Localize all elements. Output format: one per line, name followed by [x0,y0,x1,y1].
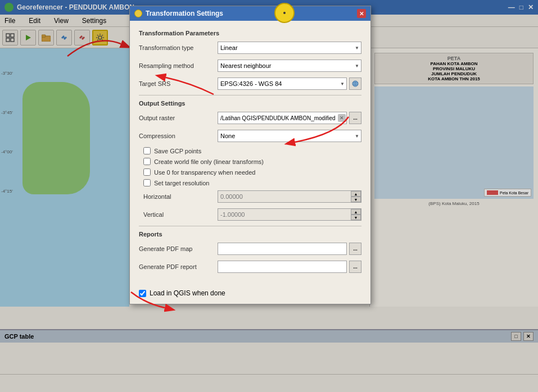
output-raster-clear-btn[interactable]: ✕ [338,114,346,122]
horizontal-spin-buttons: ▲ ▼ [351,191,361,202]
transformation-type-label: Transformation type [139,44,218,51]
vertical-input[interactable] [218,208,361,221]
pdf-report-controls: ... [218,261,361,273]
pdf-map-input[interactable] [218,243,347,255]
use-zero-transparency-row: Use 0 for transparency when needed [139,168,361,176]
srs-select-wrapper: EPSG:4326 - WGS 84 [218,78,347,90]
use-zero-transparency-checkbox[interactable] [143,168,151,176]
compression-row: Compression None LZW DEFLATE PACKBITS [139,129,361,143]
resampling-method-select-wrapper: Nearest neighbour Bilinear Cubic Cubic s… [218,60,361,72]
compression-select[interactable]: None LZW DEFLATE PACKBITS [218,130,361,142]
section-divider-2 [139,226,361,226]
output-settings-header: Output Settings [139,100,361,107]
transformation-type-select[interactable]: Linear Helmert Polynomial 1 Polynomial 2… [218,42,361,54]
vertical-row: Vertical ▲ ▼ [139,208,361,221]
load-in-qgis-checkbox[interactable] [139,290,146,297]
dialog-titlebar: Transformation Settings ✕ [130,6,370,21]
horizontal-row: Horizontal ▲ ▼ [139,190,361,203]
target-srs-label: Target SRS [139,80,218,87]
vertical-spin-down[interactable]: ▼ [351,215,361,220]
save-gcp-checkbox[interactable] [143,147,151,154]
transformation-type-row: Transformation type Linear Helmert Polyn… [139,41,361,54]
srs-browse-button[interactable] [349,78,361,90]
reports-header: Reports [139,231,361,238]
set-target-resolution-checkbox[interactable] [143,179,151,186]
output-raster-row: Output raster ✕ ... [139,111,361,125]
generate-pdf-report-row: Generate PDF report ... [139,260,361,274]
output-raster-browse-button[interactable]: ... [349,112,361,124]
vertical-label: Vertical [139,211,218,218]
target-srs-row: Target SRS EPSG:4326 - WGS 84 [139,77,361,90]
output-raster-label: Output raster [139,115,218,121]
horizontal-spin-down[interactable]: ▼ [351,197,361,202]
generate-pdf-map-label: Generate PDF map [139,245,218,252]
horizontal-label: Horizontal [139,193,218,200]
dialog-body: Transformation Parameters Transformation… [130,21,370,285]
set-target-resolution-label[interactable]: Set target resolution [154,180,209,186]
create-world-file-checkbox[interactable] [143,158,151,165]
pdf-report-input[interactable] [218,261,347,273]
vertical-spin-up[interactable]: ▲ [351,209,361,215]
load-in-qgis-row: Load in QGIS when done [139,289,225,297]
cursor-dot [283,12,286,14]
vertical-spinbox: ▲ ▼ [218,208,361,221]
pdf-report-browse-button[interactable]: ... [349,261,361,273]
resampling-method-row: Resampling method Nearest neighbour Bili… [139,59,361,72]
dialog-titlebar-left: Transformation Settings [134,10,223,17]
dialog-title-icon [134,10,142,17]
generate-pdf-report-label: Generate PDF report [139,263,218,270]
horizontal-spin-up[interactable]: ▲ [351,191,361,197]
output-raster-controls: ✕ ... [218,112,361,124]
pdf-map-controls: ... [218,243,361,255]
transformation-type-select-wrapper: Linear Helmert Polynomial 1 Polynomial 2… [218,42,361,54]
generate-pdf-map-row: Generate PDF map ... [139,242,361,256]
compression-label: Compression [139,133,218,139]
use-zero-transparency-label[interactable]: Use 0 for transparency when needed [154,169,255,176]
output-input-wrapper: ✕ [218,112,347,124]
dialog-close-button[interactable]: ✕ [357,9,366,18]
compression-select-wrapper: None LZW DEFLATE PACKBITS [218,130,361,142]
dialog-footer: Load in QGIS when done [130,285,370,304]
dialog-title: Transformation Settings [146,10,223,17]
cursor-indicator [274,3,295,23]
transformation-params-header: Transformation Parameters [139,30,361,37]
create-world-file-row: Create world file only (linear transform… [139,158,361,165]
horizontal-input[interactable] [218,190,361,203]
create-world-file-label[interactable]: Create world file only (linear transform… [154,158,264,165]
resampling-method-select[interactable]: Nearest neighbour Bilinear Cubic Cubic s… [218,60,361,72]
pdf-map-browse-button[interactable]: ... [349,243,361,255]
horizontal-spinbox: ▲ ▼ [218,190,361,203]
resampling-method-label: Resampling method [139,62,218,69]
target-srs-select[interactable]: EPSG:4326 - WGS 84 [218,78,347,90]
vertical-spin-buttons: ▲ ▼ [351,209,361,220]
section-divider-1 [139,95,361,95]
load-in-qgis-label[interactable]: Load in QGIS when done [150,289,225,297]
transformation-settings-dialog: Transformation Settings ✕ Transformation… [129,6,371,304]
srs-row: EPSG:4326 - WGS 84 [218,78,361,90]
set-target-resolution-row: Set target resolution [139,179,361,186]
output-raster-input[interactable] [218,112,347,124]
globe-icon [352,80,359,87]
save-gcp-label[interactable]: Save GCP points [154,148,201,154]
save-gcp-row: Save GCP points [139,147,361,154]
